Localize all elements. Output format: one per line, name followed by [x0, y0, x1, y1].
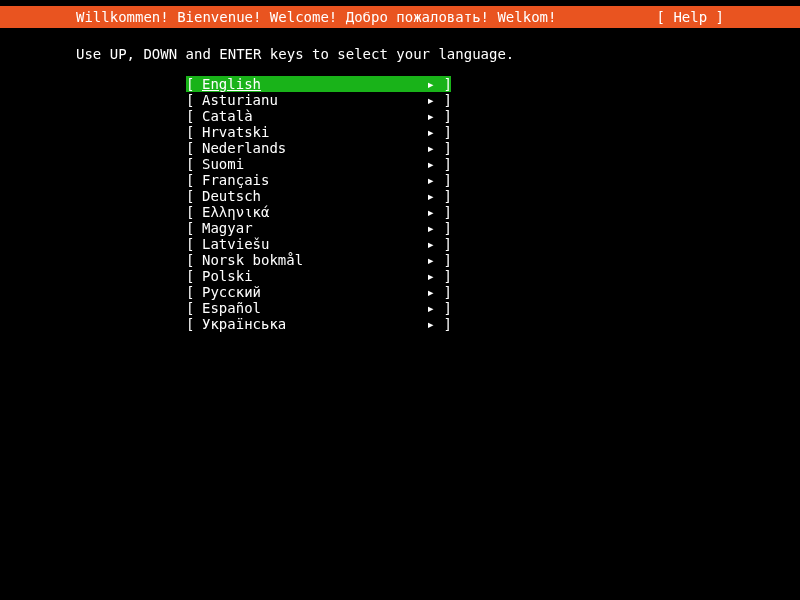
language-label: Hrvatski — [202, 124, 421, 140]
language-label: Français — [202, 172, 421, 188]
bracket-close: ] — [435, 140, 451, 156]
arrow-right-icon: ▸ — [421, 268, 435, 284]
arrow-right-icon: ▸ — [421, 236, 435, 252]
bracket-open: [ — [186, 76, 202, 92]
language-option[interactable]: [ Français▸ ] — [186, 172, 451, 188]
bracket-close: ] — [435, 156, 451, 172]
arrow-right-icon: ▸ — [421, 92, 435, 108]
bracket-open: [ — [186, 316, 202, 332]
arrow-right-icon: ▸ — [421, 172, 435, 188]
bracket-open: [ — [186, 284, 202, 300]
bracket-close: ] — [435, 316, 451, 332]
arrow-right-icon: ▸ — [421, 252, 435, 268]
arrow-right-icon: ▸ — [421, 204, 435, 220]
language-label: Nederlands — [202, 140, 421, 156]
bracket-open: [ — [186, 252, 202, 268]
bracket-close: ] — [435, 284, 451, 300]
language-list: [ English▸ ][ Asturianu▸ ][ Català▸ ][ H… — [0, 76, 800, 332]
bracket-close: ] — [435, 220, 451, 236]
bracket-close: ] — [435, 76, 451, 92]
help-button[interactable]: [ Help ] — [657, 6, 792, 28]
bracket-close: ] — [435, 252, 451, 268]
language-option[interactable]: [ Ελληνικά▸ ] — [186, 204, 451, 220]
arrow-right-icon: ▸ — [421, 300, 435, 316]
header-bar: Willkommen! Bienvenue! Welcome! Добро по… — [0, 6, 800, 28]
language-option[interactable]: [ Nederlands▸ ] — [186, 140, 451, 156]
language-label: Русский — [202, 284, 421, 300]
language-label: Deutsch — [202, 188, 421, 204]
arrow-right-icon: ▸ — [421, 284, 435, 300]
language-option[interactable]: [ Magyar▸ ] — [186, 220, 451, 236]
bracket-close: ] — [435, 300, 451, 316]
bracket-open: [ — [186, 220, 202, 236]
arrow-right-icon: ▸ — [421, 188, 435, 204]
bracket-close: ] — [435, 92, 451, 108]
arrow-right-icon: ▸ — [421, 108, 435, 124]
language-option[interactable]: [ Català▸ ] — [186, 108, 451, 124]
bracket-close: ] — [435, 236, 451, 252]
arrow-right-icon: ▸ — [421, 220, 435, 236]
bracket-close: ] — [435, 188, 451, 204]
bracket-open: [ — [186, 124, 202, 140]
instructions-text: Use UP, DOWN and ENTER keys to select yo… — [0, 28, 800, 76]
bracket-open: [ — [186, 92, 202, 108]
language-label: Norsk bokmål — [202, 252, 421, 268]
bracket-open: [ — [186, 108, 202, 124]
bracket-open: [ — [186, 236, 202, 252]
language-option[interactable]: [ English▸ ] — [186, 76, 451, 92]
bracket-close: ] — [435, 172, 451, 188]
header-title: Willkommen! Bienvenue! Welcome! Добро по… — [8, 6, 556, 28]
bracket-close: ] — [435, 108, 451, 124]
arrow-right-icon: ▸ — [421, 140, 435, 156]
language-option[interactable]: [ Suomi▸ ] — [186, 156, 451, 172]
language-label: Magyar — [202, 220, 421, 236]
language-label: Ελληνικά — [202, 204, 421, 220]
language-label: Español — [202, 300, 421, 316]
bracket-open: [ — [186, 300, 202, 316]
language-option[interactable]: [ Español▸ ] — [186, 300, 451, 316]
language-label: Català — [202, 108, 421, 124]
language-label: Українська — [202, 316, 421, 332]
bracket-close: ] — [435, 204, 451, 220]
bracket-open: [ — [186, 204, 202, 220]
language-option[interactable]: [ Українська▸ ] — [186, 316, 451, 332]
bracket-open: [ — [186, 268, 202, 284]
language-option[interactable]: [ Русский▸ ] — [186, 284, 451, 300]
bracket-open: [ — [186, 140, 202, 156]
language-option[interactable]: [ Asturianu▸ ] — [186, 92, 451, 108]
language-option[interactable]: [ Norsk bokmål▸ ] — [186, 252, 451, 268]
arrow-right-icon: ▸ — [421, 156, 435, 172]
arrow-right-icon: ▸ — [421, 124, 435, 140]
language-label: Polski — [202, 268, 421, 284]
arrow-right-icon: ▸ — [421, 316, 435, 332]
language-label: Latviešu — [202, 236, 421, 252]
language-option[interactable]: [ Latviešu▸ ] — [186, 236, 451, 252]
language-label: Suomi — [202, 156, 421, 172]
language-option[interactable]: [ Polski▸ ] — [186, 268, 451, 284]
bracket-close: ] — [435, 124, 451, 140]
language-label: Asturianu — [202, 92, 421, 108]
language-option[interactable]: [ Hrvatski▸ ] — [186, 124, 451, 140]
bracket-close: ] — [435, 268, 451, 284]
language-option[interactable]: [ Deutsch▸ ] — [186, 188, 451, 204]
bracket-open: [ — [186, 156, 202, 172]
language-label: English — [202, 76, 421, 92]
bracket-open: [ — [186, 188, 202, 204]
bracket-open: [ — [186, 172, 202, 188]
arrow-right-icon: ▸ — [421, 76, 435, 92]
